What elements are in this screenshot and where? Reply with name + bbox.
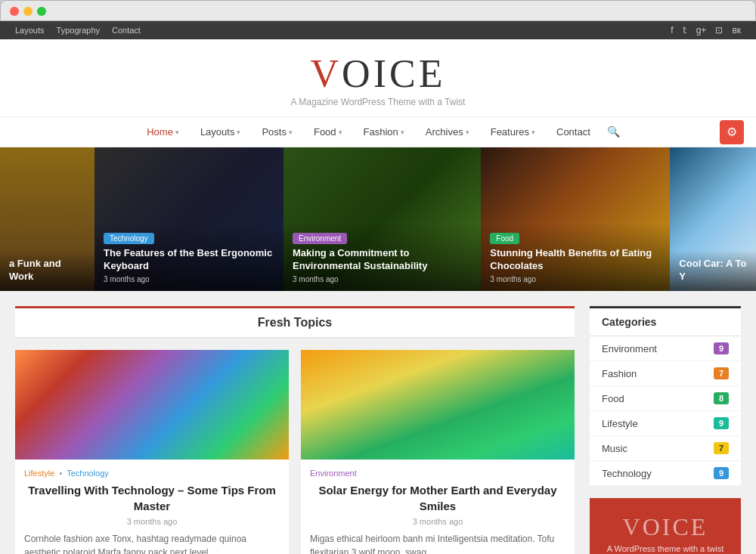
slide-2[interactable]: Technology The Features of the Best Ergo…	[94, 147, 284, 291]
vk-icon[interactable]: вк	[732, 25, 741, 36]
nav-food-label: Food	[314, 126, 336, 138]
categories-list: Environment 9 Fashion 7 Food 8 Lifestyle…	[590, 336, 741, 486]
article-2-cat1[interactable]: Environment	[310, 469, 357, 478]
article-1-cat2[interactable]: Technology	[67, 469, 109, 478]
voice-widget-logo: VOICE	[602, 513, 729, 541]
voice-widget-v: V	[623, 513, 643, 540]
slide-3[interactable]: Environment Making a Commitment to Envir…	[284, 147, 481, 291]
category-item-environment[interactable]: Environment 9	[590, 336, 741, 361]
slide-2-tag: Technology	[104, 233, 154, 244]
slide-2-overlay: Technology The Features of the Best Ergo…	[94, 223, 284, 291]
voice-widget-subtitle: A WordPress theme with a twist	[602, 544, 729, 553]
close-button[interactable]	[10, 7, 19, 16]
slide-2-date: 3 months ago	[104, 275, 274, 283]
logo-oice: OICE	[342, 52, 445, 95]
category-item-technology[interactable]: Technology 9	[590, 461, 741, 486]
topbar-typography-link[interactable]: Typography	[57, 26, 100, 35]
nav-home-arrow: ▾	[175, 128, 179, 136]
site-tagline: A Magazine WordPress Theme with a Twist	[0, 97, 756, 107]
category-name-technology: Technology	[602, 468, 652, 479]
nav-item-food[interactable]: Food ▾	[303, 117, 353, 147]
minimize-button[interactable]	[23, 7, 33, 16]
slide-4-overlay: Food Stunning Health Benefits of Eating …	[481, 223, 670, 291]
article-1-cat1[interactable]: Lifestyle	[24, 469, 54, 478]
slide-1[interactable]: a Funk and Work	[0, 147, 94, 291]
category-count-music: 7	[714, 442, 729, 454]
categories-widget: Categories Environment 9 Fashion 7 Food …	[590, 306, 741, 486]
slide-4[interactable]: Food Stunning Health Benefits of Eating …	[481, 147, 670, 291]
article-2-title: Solar Energy for Mother Earth and Everyd…	[310, 482, 565, 514]
topbar-nav: Layouts Typography Contact	[15, 26, 141, 35]
voice-brand-widget: VOICE A WordPress theme with a twist	[590, 498, 741, 554]
slide-4-title: Stunning Health Benefits of Eating Choco…	[490, 247, 661, 273]
article-1-cats: Lifestyle • Technology	[24, 469, 280, 478]
article-card-1[interactable]: Lifestyle • Technology Travelling With T…	[15, 350, 289, 554]
browser-window	[0, 0, 756, 21]
category-count-fashion: 7	[714, 367, 729, 379]
category-item-fashion[interactable]: Fashion 7	[590, 361, 741, 386]
slide-4-tag: Food	[490, 233, 519, 244]
article-2-date: 3 months ago	[310, 517, 565, 526]
facebook-icon[interactable]: f	[671, 25, 673, 36]
instagram-icon[interactable]: ⊡	[715, 25, 723, 36]
category-item-food[interactable]: Food 8	[590, 386, 741, 411]
main-nav: Home ▾ Layouts ▾ Posts ▾ Food ▾ Fashion …	[0, 116, 756, 147]
slide-2-title: The Features of the Best Ergonomic Keybo…	[104, 247, 274, 273]
nav-features-label: Features	[491, 126, 529, 138]
nav-fashion-label: Fashion	[364, 126, 398, 138]
category-item-music[interactable]: Music 7	[590, 436, 741, 461]
site-header: VOICE A Magazine WordPress Theme with a …	[0, 39, 756, 116]
googleplus-icon[interactable]: g+	[696, 25, 707, 36]
nav-contact-label: Contact	[556, 126, 590, 138]
search-icon[interactable]: 🔍	[607, 125, 620, 138]
section-title: Fresh Topics	[258, 316, 332, 329]
categories-title: Categories	[590, 306, 741, 336]
content-area: Fresh Topics Lifestyle • Technology Trav…	[0, 291, 756, 554]
site-logo[interactable]: VOICE	[0, 54, 756, 94]
main-content: Fresh Topics Lifestyle • Technology Trav…	[15, 306, 575, 554]
article-1-date: 3 months ago	[24, 517, 280, 526]
browser-controls	[10, 7, 746, 16]
slide-5-title: Cool Car: A To Y	[679, 258, 747, 283]
category-count-food: 8	[714, 392, 729, 404]
nav-features-arrow: ▾	[531, 128, 535, 136]
slide-4-date: 3 months ago	[490, 275, 661, 283]
category-count-technology: 9	[714, 467, 729, 479]
nav-item-contact[interactable]: Contact	[546, 117, 601, 147]
top-bar: Layouts Typography Contact f 𝕥 g+ ⊡ вк	[0, 21, 756, 39]
maximize-button[interactable]	[37, 7, 46, 16]
slide-5[interactable]: Cool Car: A To Y	[670, 147, 756, 291]
gear-icon[interactable]: ⚙	[720, 120, 744, 144]
category-count-lifestyle: 9	[714, 417, 729, 429]
nav-home-label: Home	[147, 126, 173, 138]
nav-item-fashion[interactable]: Fashion ▾	[353, 117, 415, 147]
article-2-cats: Environment	[310, 469, 565, 478]
category-name-food: Food	[602, 393, 624, 404]
nav-layouts-label: Layouts	[200, 126, 235, 138]
nav-item-layouts[interactable]: Layouts ▾	[190, 117, 252, 147]
category-item-lifestyle[interactable]: Lifestyle 9	[590, 411, 741, 436]
topbar-contact-link[interactable]: Contact	[112, 26, 141, 35]
nav-items: Home ▾ Layouts ▾ Posts ▾ Food ▾ Fashion …	[136, 117, 620, 147]
topbar-layouts-link[interactable]: Layouts	[15, 26, 45, 35]
nav-item-archives[interactable]: Archives ▾	[415, 117, 480, 147]
category-name-environment: Environment	[602, 343, 657, 354]
category-name-fashion: Fashion	[602, 368, 637, 379]
nav-item-features[interactable]: Features ▾	[480, 117, 546, 147]
article-2-image	[301, 350, 575, 460]
section-header: Fresh Topics	[15, 306, 575, 338]
slide-5-overlay: Cool Car: A To Y	[670, 250, 756, 291]
nav-archives-arrow: ▾	[466, 128, 469, 136]
slide-3-title: Making a Commitment to Environmental Sus…	[293, 247, 472, 273]
slide-3-overlay: Environment Making a Commitment to Envir…	[284, 223, 481, 291]
slide-3-tag: Environment	[293, 233, 347, 244]
twitter-icon[interactable]: 𝕥	[683, 25, 687, 36]
nav-item-home[interactable]: Home ▾	[136, 117, 190, 147]
sidebar: Categories Environment 9 Fashion 7 Food …	[590, 306, 741, 554]
article-2-excerpt: Migas ethical heirloom banh mi Intellige…	[310, 532, 565, 554]
nav-posts-label: Posts	[262, 126, 287, 138]
nav-item-posts[interactable]: Posts ▾	[251, 117, 303, 147]
topbar-social: f 𝕥 g+ ⊡ вк	[671, 25, 741, 36]
slide-3-date: 3 months ago	[293, 275, 472, 283]
article-card-2[interactable]: Environment Solar Energy for Mother Eart…	[301, 350, 575, 554]
